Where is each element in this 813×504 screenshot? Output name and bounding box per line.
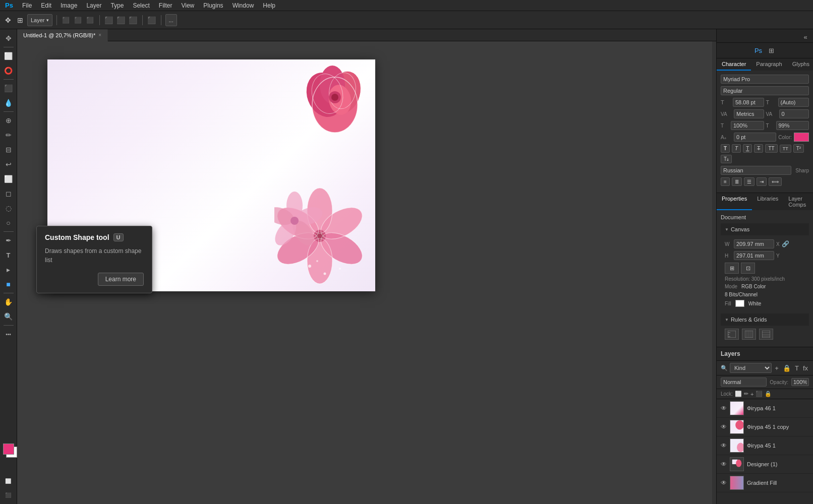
font-size-input[interactable]	[733, 98, 764, 107]
opacity-input[interactable]	[791, 378, 809, 386]
tab-close-icon[interactable]: ×	[98, 32, 101, 38]
pen-tool[interactable]: ✒	[2, 233, 16, 247]
zoom-tool[interactable]: 🔍	[2, 309, 16, 324]
path-select-tool[interactable]: ▸	[2, 263, 16, 277]
canvas-h-input[interactable]	[734, 251, 774, 260]
justify-text-btn[interactable]: ☰	[744, 177, 754, 186]
ruler-btn-2[interactable]	[742, 329, 756, 340]
layer-blend-mode[interactable]: Normal	[721, 377, 767, 387]
fill-color-swatch[interactable]	[735, 300, 744, 307]
baseline-input[interactable]	[734, 133, 776, 142]
more-options[interactable]: ...	[165, 14, 177, 26]
vertical-scrollbar[interactable]	[712, 41, 716, 504]
align-middle-icon[interactable]: ⬛	[116, 15, 126, 25]
grid-icon[interactable]: ⊞	[766, 45, 777, 56]
layer-new-icon[interactable]: +	[774, 363, 780, 373]
align-left-text-btn[interactable]: ≡	[721, 177, 730, 186]
font-family-select[interactable]: Myriad Pro	[721, 75, 809, 84]
smallcaps-btn[interactable]: TT	[780, 145, 791, 153]
hand-tool[interactable]: ✋	[2, 295, 16, 309]
gradient-tool[interactable]: ◻	[2, 186, 16, 201]
layer-kind-select[interactable]: Kind	[730, 363, 772, 373]
layer-row-2[interactable]: 👁 Фігура 45 1 copy	[717, 418, 813, 436]
italic-btn[interactable]: T	[732, 144, 741, 153]
menu-image[interactable]: Image	[56, 1, 81, 10]
move-tool[interactable]: ✥	[2, 31, 16, 45]
canvas-resize-btn-2[interactable]: ⊡	[741, 263, 755, 274]
marquee-tool[interactable]: ⬜	[2, 49, 16, 63]
lock-transparent-btn[interactable]: ⬜	[735, 391, 742, 397]
lock-dimension-icon[interactable]: 🔗	[782, 240, 789, 247]
lock-position-btn[interactable]: +	[750, 391, 753, 397]
lock-paint-btn[interactable]: ✏	[744, 391, 748, 397]
eyedropper-tool[interactable]: 💧	[2, 96, 16, 110]
layer-row-4[interactable]: 👁 Designer (1)	[717, 455, 813, 474]
layer-eye-1[interactable]: 👁	[721, 405, 727, 412]
document-tab[interactable]: Untitled-1 @ 20,7% (RGB/8)* ×	[17, 29, 108, 41]
language-select[interactable]: Russian	[721, 166, 791, 175]
layer-eye-2[interactable]: 👁	[721, 423, 727, 430]
tracking-input[interactable]	[779, 109, 809, 118]
leading-input[interactable]	[778, 98, 809, 107]
menu-filter[interactable]: Filter	[155, 1, 177, 10]
bold-btn[interactable]: T	[721, 144, 730, 153]
tab-character[interactable]: Character	[717, 58, 751, 71]
canvas-resize-btn-1[interactable]: ⊞	[725, 263, 739, 274]
superscript-btn[interactable]: T²	[793, 144, 804, 153]
align-left-icon[interactable]: ⬛	[61, 15, 71, 25]
tab-libraries[interactable]: Libraries	[752, 193, 783, 210]
shape-tool[interactable]: ■	[2, 277, 16, 291]
collapse-icon[interactable]: «	[800, 31, 811, 42]
extra-tools[interactable]: •••	[2, 327, 16, 341]
menu-plugins[interactable]: Plugins	[199, 1, 227, 10]
mask-mode[interactable]: ⬜	[1, 474, 15, 488]
kerning-select[interactable]: Metrics	[734, 109, 764, 118]
rulers-grids-header[interactable]: ▼ Rulers & Grids	[721, 313, 809, 326]
horizontal-scale-input[interactable]	[776, 121, 809, 130]
layer-row-1[interactable]: 👁 Фігура 46 1	[717, 399, 813, 418]
screen-mode[interactable]: ⬛	[1, 488, 15, 502]
underline-btn[interactable]: T	[743, 144, 752, 153]
text-orient-btn[interactable]: ⟺	[769, 177, 782, 186]
lasso-tool[interactable]: ⭕	[2, 64, 16, 78]
blur-tool[interactable]: ◌	[2, 201, 16, 215]
ps-square-icon[interactable]: Ps	[753, 45, 764, 56]
lock-artboard-btn[interactable]: ⬛	[756, 391, 763, 397]
uppercase-btn[interactable]: TT	[765, 144, 777, 153]
healing-tool[interactable]: ⊕	[2, 113, 16, 128]
layer-eye-5[interactable]: 👁	[721, 479, 727, 486]
eraser-tool[interactable]: ⬜	[2, 172, 16, 186]
canvas-section-header[interactable]: ▼ Canvas	[721, 223, 809, 235]
indent-btn[interactable]: ⇥	[757, 177, 767, 186]
menu-view[interactable]: View	[177, 1, 198, 10]
align-center-h-icon[interactable]: ⬛	[73, 15, 83, 25]
layer-more-icon[interactable]: T	[794, 363, 800, 373]
menu-select[interactable]: Select	[129, 1, 153, 10]
layer-eye-4[interactable]: 👁	[721, 461, 727, 468]
menu-layer[interactable]: Layer	[82, 1, 105, 10]
vertical-scale-input[interactable]	[731, 121, 764, 130]
strikethrough-btn[interactable]: T	[754, 144, 763, 153]
lock-all-btn[interactable]: 🔒	[765, 391, 772, 397]
canvas-w-input[interactable]	[734, 239, 774, 248]
move-tool-icon[interactable]: ✥	[3, 15, 13, 25]
learn-more-button[interactable]: Learn more	[98, 273, 144, 286]
layer-row-3[interactable]: 👁 Фігура 45 1	[717, 436, 813, 455]
layer-eye-3[interactable]: 👁	[721, 442, 727, 449]
ruler-btn-1[interactable]	[725, 329, 739, 340]
layer-lock-icon[interactable]: 🔒	[782, 363, 792, 373]
align-bottom-icon[interactable]: ⬛	[128, 15, 138, 25]
align-right-text-btn[interactable]: ≣	[732, 177, 742, 186]
font-style-select[interactable]: Regular	[721, 86, 809, 95]
foreground-color[interactable]	[3, 444, 14, 455]
ruler-btn-3[interactable]	[759, 329, 773, 340]
menu-type[interactable]: Type	[106, 1, 128, 10]
layer-fx-icon[interactable]: fx	[802, 363, 809, 373]
dodge-tool[interactable]: ○	[2, 216, 16, 230]
menu-window[interactable]: Window	[228, 1, 258, 10]
subscript-btn[interactable]: T₂	[721, 155, 732, 163]
history-brush-tool[interactable]: ↩	[2, 157, 16, 171]
distribute-icon[interactable]: ⬛	[147, 15, 157, 25]
artboard-icon[interactable]: ⊞	[15, 15, 25, 25]
text-color-swatch[interactable]	[794, 133, 809, 142]
